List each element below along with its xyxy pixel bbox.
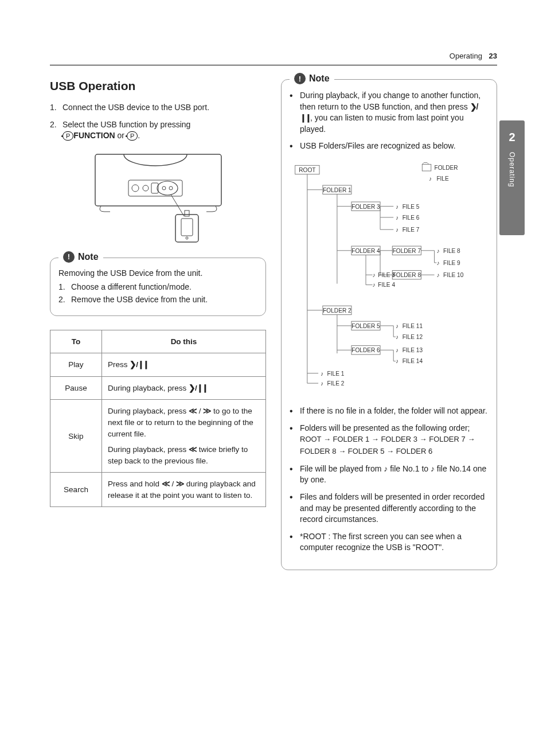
svg-text:♪: ♪ [429,176,432,182]
step-2-text: Select the USB function by pressing [62,120,190,129]
svg-text:FILE 1: FILE 1 [327,371,345,377]
svg-text:♪: ♪ [436,248,439,254]
svg-text:FILE 14: FILE 14 [403,358,423,364]
list-item: Files and folders will be presented in o… [290,492,489,525]
svg-text:FILE 9: FILE 9 [443,260,460,266]
function-label: FUNCTION [73,131,115,140]
list-item: During playback, if you change to anothe… [290,90,489,135]
svg-text:FILE 11: FILE 11 [403,323,423,329]
svg-text:FOLDER: FOLDER [435,165,458,171]
svg-point-5 [162,186,166,190]
svg-text:FILE 2: FILE 2 [327,380,345,387]
note-2-label-text: Note [309,73,330,84]
device-figure [50,149,266,246]
svg-text:FILE 6: FILE 6 [403,215,420,221]
table-value: During playback, press ≪ / ≫ to go to th… [102,400,266,473]
folder-tree-figure: ROOT FOLDER ♪FILE FOLDER 1 [290,158,489,399]
note-1-label: ! Note [58,251,103,263]
page: 2 Operating Operating 23 USB Operation C… [38,29,509,607]
svg-line-8 [171,194,184,216]
step-2-period: . [138,131,140,140]
svg-text:FILE 12: FILE 12 [403,334,423,340]
side-tab: 2 Operating [499,120,525,235]
table-row: SkipDuring playback, press ≪ / ≫ to go t… [50,400,266,473]
steps-list: Connect the USB device to the USB port. … [50,102,266,142]
list-item: If there is no file in a folder, the fol… [290,406,489,417]
svg-point-3 [143,185,149,191]
note-1-label-text: Note [78,252,99,262]
list-item: USB Folders/Files are recognized as belo… [290,141,489,152]
function-pill-icon-2: P [127,131,138,141]
svg-rect-10 [181,219,193,236]
svg-text:FILE 7: FILE 7 [403,227,420,233]
list-item: Folders will be presented as the followi… [290,423,489,458]
table-key: Skip [50,400,102,473]
th-to: To [50,330,102,353]
table-row: SearchPress and hold ≪ / ≫ during playba… [50,473,266,507]
th-do: Do this [102,330,266,353]
svg-text:FILE 8: FILE 8 [443,248,460,254]
svg-text:♪: ♪ [436,272,439,278]
note-box-2: ! Note During playback, if you change to… [281,79,497,570]
side-tab-label: Operating [508,152,516,188]
svg-point-12 [186,237,188,239]
step-2-or: or [115,131,127,140]
svg-point-7 [157,181,178,195]
svg-text:FOLDER 6: FOLDER 6 [351,347,380,353]
note-2-bottom-list: If there is no file in a folder, the fol… [290,406,489,554]
right-column: ! Note During playback, if you change to… [281,79,497,584]
table-row: PauseDuring playback, press ❯/❙❙ [50,376,266,400]
operations-table: To Do this PlayPress ❯/❙❙PauseDuring pla… [50,330,266,508]
function-pill-icon: P [62,131,73,141]
side-tab-number: 2 [509,131,515,144]
svg-rect-1 [128,180,182,196]
svg-text:♪: ♪ [396,204,398,210]
list-item: *ROOT : The first screen you can see whe… [290,531,489,554]
svg-text:♪: ♪ [321,380,323,387]
header-section: Operating [450,52,482,60]
svg-text:FILE 4: FILE 4 [378,282,395,288]
table-key: Pause [50,376,102,400]
svg-text:FOLDER 7: FOLDER 7 [393,248,421,254]
svg-text:FILE: FILE [436,176,449,182]
svg-text:FILE 10: FILE 10 [443,272,464,278]
table-head-row: To Do this [50,330,266,353]
svg-text:♪: ♪ [396,334,398,340]
step-1: Connect the USB device to the USB port. [50,102,266,114]
step-2: Select the USB function by pressing PFUN… [50,119,266,142]
svg-text:♪: ♪ [373,282,376,288]
svg-text:FOLDER 3: FOLDER 3 [351,204,380,210]
tree-root: ROOT [299,167,315,173]
header-page-number: 23 [489,52,497,60]
svg-text:FILE 3: FILE 3 [378,272,395,278]
svg-text:♪: ♪ [396,323,398,329]
table-body: PlayPress ❯/❙❙PauseDuring playback, pres… [50,353,266,507]
note-2-label: ! Note [290,73,334,84]
svg-text:♪: ♪ [396,358,398,364]
svg-text:FOLDER 4: FOLDER 4 [351,248,380,254]
table-value: Press ❯/❙❙ [102,353,266,377]
device-illustration [84,149,233,246]
table-key: Play [50,353,102,377]
section-title: USB Operation [50,79,266,93]
list-item: File will be played from ♪ file No.1 to … [290,463,489,486]
svg-text:♪: ♪ [436,260,439,266]
running-header: Operating 23 [50,52,497,65]
note-badge-icon: ! [63,251,75,263]
svg-text:FOLDER 2: FOLDER 2 [323,307,351,314]
note-1-item-2: Remove the USB device from the unit. [58,295,257,304]
svg-text:FOLDER 1: FOLDER 1 [323,187,351,193]
svg-text:FILE 13: FILE 13 [403,347,423,353]
note-badge-icon: ! [294,73,306,84]
note-2-top-list: During playback, if you change to anothe… [290,90,489,152]
svg-text:♪: ♪ [396,215,398,221]
svg-text:FOLDER 8: FOLDER 8 [393,272,421,278]
note-box-1: ! Note Removing the USB Device from the … [50,258,266,316]
folder-tree: ROOT FOLDER ♪FILE FOLDER 1 [290,158,489,399]
note-1-lead: Removing the USB Device from the unit. [58,268,257,278]
svg-rect-11 [185,211,189,216]
note-1-list: Choose a different function/mode. Remove… [58,282,257,304]
table-value: During playback, press ❯/❙❙ [102,376,266,400]
svg-text:FOLDER 5: FOLDER 5 [351,323,380,329]
svg-text:FILE 5: FILE 5 [403,204,420,210]
